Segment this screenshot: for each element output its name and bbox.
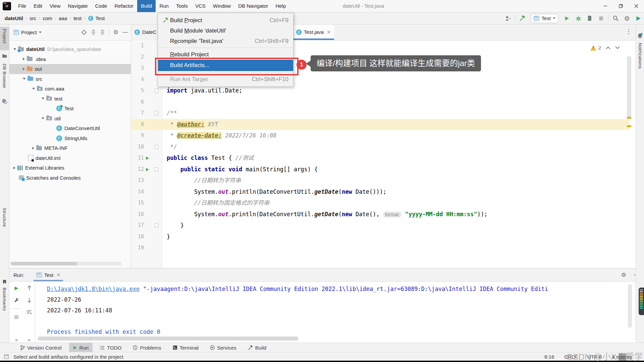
down-stack-trace-icon[interactable] (25, 296, 33, 304)
sidebar-item-project[interactable]: Project (2, 29, 7, 44)
code-line-12[interactable]: 12▶ public static void main(String[] arg… (131, 164, 636, 175)
menu-view[interactable]: View (46, 0, 64, 12)
stop-process-icon[interactable] (13, 313, 20, 321)
code-line-9[interactable]: 9 * @create-date: 2022/7/26 16:08 (131, 130, 636, 141)
tree-item--idea[interactable]: .idea (9, 54, 131, 64)
chevron-expanded-icon[interactable] (32, 88, 35, 90)
menu-tools[interactable]: Tools (172, 0, 192, 12)
run-settings-gear-icon[interactable]: ⚙ (621, 272, 626, 278)
menu-refactor[interactable]: Refactor (111, 0, 137, 12)
chevron-collapsed-icon[interactable] (23, 68, 25, 70)
breadcrumb-item-aaa[interactable]: aaa (59, 15, 67, 21)
console-horizontal-scrollbar[interactable] (38, 337, 299, 341)
caret-position-widget[interactable]: 8:16 (544, 354, 554, 360)
code-line-11[interactable]: 11▶public class Test { //测试 (131, 153, 636, 164)
tool-window-button-run[interactable]: Run (69, 343, 93, 352)
close-run-tab-icon[interactable]: ✕ (56, 272, 60, 278)
tree-item-util[interactable]: util (9, 114, 131, 124)
tool-window-button-problems[interactable]: Problems (129, 343, 165, 352)
code-line-16[interactable]: 16 System.out.println(DateConvertUtil.ge… (131, 209, 636, 220)
menu-build[interactable]: Build (137, 0, 156, 12)
tree-item-dateconvertutil[interactable]: CDateConvertUtil (9, 123, 131, 133)
tree-item-src[interactable]: src (9, 74, 131, 84)
tree-item-scratches-and-consoles[interactable]: Scratches and Consoles (9, 173, 131, 183)
tool-window-button-todo[interactable]: TODO (96, 343, 125, 352)
prev-warning-chevron-icon[interactable] (606, 46, 610, 49)
menu-item-build-project[interactable]: Build ProjectCtrl+F9 (158, 15, 293, 25)
soft-wrap-icon[interactable] (25, 308, 33, 316)
more-actions-icon[interactable]: » (15, 337, 18, 343)
breadcrumb-item-com[interactable]: com (43, 15, 52, 21)
folder-icon[interactable] (2, 54, 7, 58)
close-button[interactable] (629, 0, 644, 12)
fold-marker-icon[interactable] (155, 223, 158, 228)
menu-navigate[interactable]: Navigate (64, 0, 91, 12)
settings-gear-icon[interactable]: ⚙ (621, 14, 633, 23)
run-with-coverage-button[interactable] (584, 14, 595, 23)
tree-item-external-libraries[interactable]: External Libraries (9, 163, 131, 173)
chevron-collapsed-icon[interactable] (23, 58, 25, 60)
menu-vcs[interactable]: VCS (192, 0, 209, 12)
menu-item-recompile-test-java[interactable]: Recompile 'Test.java'Ctrl+Shift+F9 (158, 36, 293, 46)
tab-options-kebab-icon[interactable]: ⋮ (626, 27, 632, 35)
tool-window-button-version-control[interactable]: Version Control (16, 343, 66, 352)
console-vertical-scrollbar[interactable] (628, 284, 632, 328)
notifications-bell-icon[interactable] (637, 33, 643, 39)
menu-code[interactable]: Code (91, 0, 111, 12)
fold-marker-icon[interactable] (155, 111, 158, 115)
more-actions-icon[interactable]: » (28, 337, 31, 343)
close-tab-icon[interactable]: ✕ (327, 29, 331, 35)
fold-marker-icon[interactable] (155, 145, 158, 149)
run-line-icon[interactable]: ▶ (146, 153, 149, 164)
menu-help[interactable]: Help (272, 0, 289, 12)
code-line-5[interactable]: 5import java.util.Date; (131, 85, 636, 97)
tree-item-test[interactable]: CTest (9, 104, 131, 114)
tree-item-stringutils[interactable]: CStringUtils (9, 133, 131, 143)
next-warning-chevron-icon[interactable] (615, 46, 620, 49)
fold-marker-icon[interactable] (155, 88, 158, 93)
menu-item-run-ant-target[interactable]: Run Ant TargetCtrl+Shift+F10 (158, 74, 293, 84)
run-configuration-select[interactable]: Test (531, 14, 558, 23)
tab-test-java[interactable]: C Test.java ✕ (293, 24, 334, 40)
fold-marker-icon[interactable] (155, 167, 158, 172)
tree-item-com-aaa[interactable]: com.aaa (9, 84, 131, 94)
rerun-icon[interactable]: ▶ (13, 284, 20, 292)
minimize-button[interactable] (598, 0, 613, 12)
run-button[interactable] (561, 14, 573, 23)
plugin-play-icon[interactable] (633, 14, 644, 23)
tab-dateconvertutil[interactable]: C DateC (131, 24, 160, 40)
breadcrumb-item-test[interactable]: Test (96, 15, 105, 21)
tree-item-meta-inf[interactable]: META-INF (9, 143, 131, 153)
chevron-expanded-icon[interactable] (13, 48, 16, 50)
code-line-17[interactable]: 17 } (131, 220, 636, 231)
search-everywhere-icon[interactable] (610, 14, 621, 23)
code-line-19[interactable]: 19 (131, 242, 636, 254)
menu-window[interactable]: Window (209, 0, 234, 12)
chevron-expanded-icon[interactable] (42, 117, 44, 119)
project-view-select[interactable]: Project (13, 29, 42, 35)
chevron-collapsed-icon[interactable] (32, 147, 34, 149)
tool-window-button-terminal[interactable]: Terminal (169, 343, 203, 352)
expand-all-icon[interactable] (91, 29, 96, 35)
sidebar-item-notifications[interactable]: Notifications (638, 43, 643, 69)
tree-item-out[interactable]: out (9, 64, 131, 74)
sidebar-item-db-browser[interactable]: DB Browser (2, 64, 7, 88)
code-line-14[interactable]: 14 System.out.println(DateConvertUtil.ge… (131, 186, 636, 198)
sidebar-item-structure[interactable]: Structure (2, 208, 7, 227)
run-console-output[interactable]: D:\Java\jdk1.8\bin\java.exe "-javaagent:… (38, 281, 644, 345)
db-browser-icon[interactable] (2, 99, 7, 104)
code-line-15[interactable]: 15 //日期转为固定格式的字符串 (131, 197, 636, 209)
sidebar-item-bookmarks[interactable]: Bookmarks (2, 288, 7, 311)
project-horizontal-scrollbar[interactable] (11, 262, 121, 265)
inspections-widget[interactable]: 2 (590, 45, 620, 51)
hide-panel-icon[interactable]: — (122, 29, 128, 36)
debug-button[interactable] (573, 14, 584, 23)
chevron-expanded-icon[interactable] (23, 78, 25, 80)
locate-file-icon[interactable] (81, 29, 87, 35)
breadcrumb-item-dateutil[interactable]: dateUtil (5, 15, 23, 21)
menu-run[interactable]: Run (156, 0, 172, 12)
breadcrumb-item-test[interactable]: test (73, 15, 82, 21)
collapse-all-icon[interactable] (100, 29, 105, 35)
code-line-7[interactable]: 7/** (131, 108, 636, 119)
code-line-6[interactable]: 6 (131, 97, 636, 108)
